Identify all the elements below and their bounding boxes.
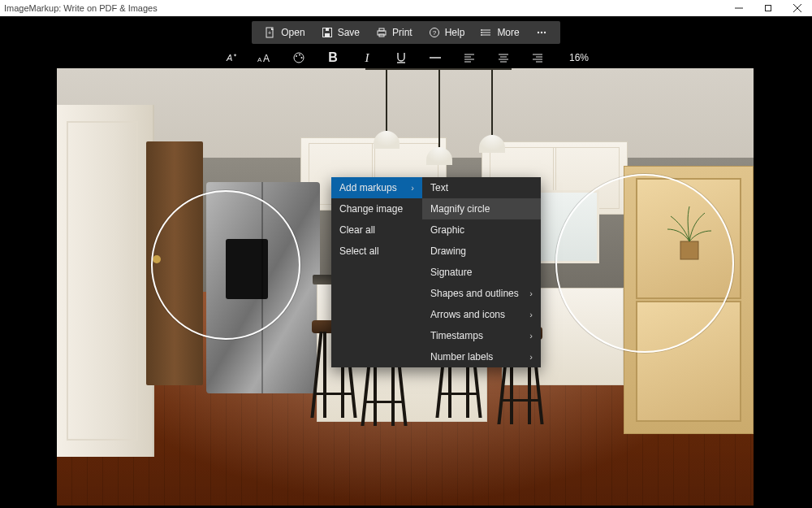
print-label: Print (392, 27, 412, 38)
menu-item-label: Clear all (339, 224, 375, 236)
menu-item[interactable]: Shapes and outlines› (422, 283, 541, 304)
svg-text:?: ? (432, 29, 436, 37)
svg-text:+: + (268, 30, 271, 36)
menu-item-label: Graphic (430, 224, 464, 236)
menu-item[interactable]: Signature (422, 262, 541, 283)
bold-icon: B (328, 50, 338, 65)
svg-rect-1 (766, 6, 771, 11)
save-label: Save (338, 27, 360, 38)
window-titlebar: ImageMarkup: Write on PDF & Images (0, 0, 812, 16)
horizontal-rule-button[interactable] (428, 50, 443, 65)
chevron-right-icon: › (411, 183, 414, 193)
align-center-button[interactable] (496, 50, 511, 65)
open-label: Open (281, 27, 304, 38)
font-effects-icon: A✦ (224, 51, 237, 64)
menu-item-label: Arrows and icons (430, 309, 505, 320)
menu-item-label: Add markups (339, 182, 397, 193)
menu-item[interactable]: Number labels› (422, 346, 541, 367)
minimize-button[interactable] (724, 0, 754, 16)
svg-text:A: A (263, 53, 270, 64)
context-menu: Add markups›Change imageClear allSelect … (331, 177, 541, 367)
menu-item-label: Signature (430, 267, 472, 278)
maximize-button[interactable] (754, 0, 783, 16)
more-list-icon (481, 27, 492, 38)
svg-point-21 (541, 32, 542, 33)
align-center-icon (497, 51, 510, 64)
align-left-button[interactable] (462, 50, 477, 65)
menu-item-label: Drawing (430, 245, 466, 257)
underline-button[interactable] (394, 50, 408, 65)
menu-item[interactable]: Graphic (422, 219, 541, 241)
italic-button[interactable]: I (360, 50, 374, 65)
svg-point-19 (481, 34, 482, 36)
format-toolbar: A✦ AA B I (223, 49, 589, 67)
font-effects-button[interactable]: A✦ (223, 50, 238, 65)
bold-button[interactable]: B (326, 50, 340, 65)
font-size-button[interactable]: AA (257, 50, 272, 65)
zoom-level[interactable]: 16% (569, 52, 589, 63)
svg-text:A: A (257, 56, 262, 63)
menu-item[interactable]: Arrows and icons› (422, 304, 541, 325)
open-icon: + (265, 27, 276, 38)
app-content: + Open Save Print ? Help (0, 16, 812, 508)
magnify-circle-markup[interactable] (555, 174, 734, 353)
help-icon: ? (429, 27, 440, 38)
palette-icon (292, 51, 305, 64)
chevron-right-icon: › (529, 289, 533, 298)
svg-text:A: A (226, 53, 232, 63)
svg-point-29 (299, 54, 300, 56)
menu-item[interactable]: Timestamps› (422, 325, 541, 346)
close-icon (793, 4, 801, 12)
italic-icon: I (365, 51, 369, 65)
svg-point-20 (538, 32, 539, 33)
more-label: More (497, 27, 519, 38)
maximize-icon (764, 4, 772, 12)
svg-text:✦: ✦ (233, 53, 237, 58)
svg-rect-8 (326, 28, 329, 31)
svg-point-30 (300, 57, 302, 59)
underline-icon (395, 51, 407, 64)
menu-item[interactable]: Add markups› (331, 177, 422, 198)
chevron-right-icon: › (529, 310, 533, 319)
context-menu-submenu: TextMagnify circleGraphicDrawingSignatur… (422, 177, 541, 367)
ellipsis-icon (536, 27, 547, 38)
menu-item[interactable]: Drawing (422, 241, 541, 262)
font-color-button[interactable] (292, 50, 306, 65)
save-button[interactable]: Save (313, 21, 368, 44)
overflow-button[interactable] (528, 21, 555, 44)
main-toolbar: + Open Save Print ? Help (252, 21, 559, 44)
menu-item-label: Shapes and outlines (430, 288, 519, 299)
menu-item[interactable]: Text (422, 177, 541, 198)
svg-rect-7 (325, 33, 330, 37)
menu-item-label: Timestamps (430, 330, 483, 341)
chevron-right-icon: › (529, 331, 533, 341)
align-left-icon (463, 51, 476, 64)
horizontal-line-icon (429, 51, 442, 64)
chevron-right-icon: › (529, 352, 533, 362)
svg-rect-10 (379, 28, 384, 31)
more-button[interactable]: More (473, 21, 527, 44)
print-icon (376, 27, 387, 38)
help-label: Help (445, 27, 465, 38)
menu-item-label: Select all (339, 245, 379, 257)
menu-item[interactable]: Change image (331, 198, 422, 219)
font-size-icon: AA (257, 51, 272, 64)
menu-item[interactable]: Select all (331, 241, 422, 262)
menu-item-label: Text (430, 182, 448, 193)
menu-item[interactable]: Clear all (331, 219, 422, 241)
menu-item-label: Magnify circle (430, 203, 490, 215)
menu-item[interactable]: Magnify circle (422, 198, 541, 219)
print-button[interactable]: Print (368, 21, 421, 44)
open-button[interactable]: + Open (257, 21, 313, 44)
help-button[interactable]: ? Help (421, 21, 473, 44)
magnify-circle-markup[interactable] (151, 190, 300, 340)
svg-point-28 (296, 55, 297, 57)
svg-point-17 (481, 29, 482, 31)
align-right-button[interactable] (530, 50, 545, 65)
menu-item-label: Change image (339, 203, 403, 215)
svg-point-18 (481, 32, 482, 33)
menu-item-label: Number labels (430, 351, 493, 363)
close-button[interactable] (783, 0, 812, 16)
align-right-icon (531, 51, 544, 64)
svg-point-22 (544, 32, 546, 33)
